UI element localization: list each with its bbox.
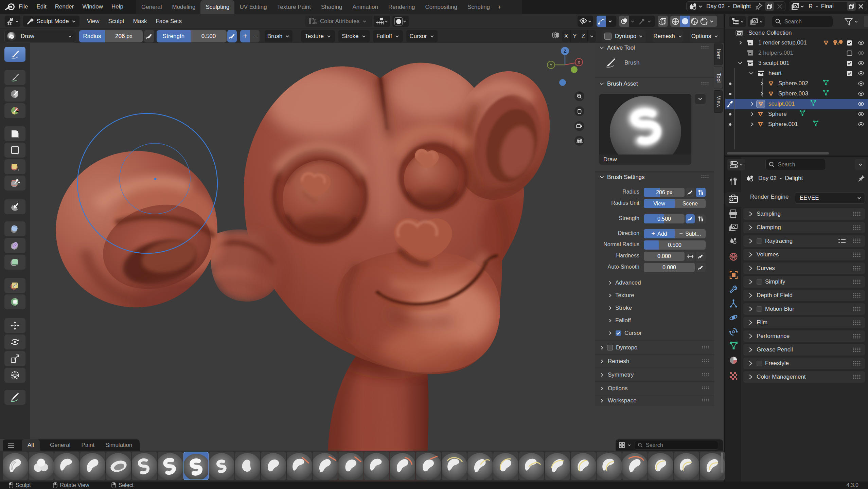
svg-text:Y: Y <box>550 63 552 68</box>
svg-text:X: X <box>578 60 580 65</box>
svg-text:9: 9 <box>837 42 839 46</box>
svg-text:9: 9 <box>843 42 844 46</box>
svg-text:Z: Z <box>564 49 566 54</box>
